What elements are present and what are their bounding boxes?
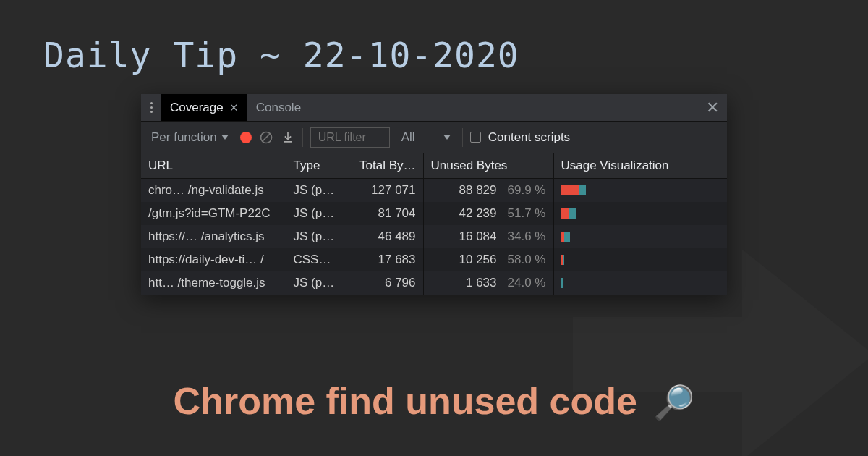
table-row[interactable]: htt… /theme-toggle.jsJS (p…6 7961 63324.… <box>141 271 727 295</box>
tab-strip: Coverage ✕ Console ✕ <box>141 94 727 122</box>
cell-unused: 1 63324.0 % <box>423 271 553 295</box>
tab-console-label: Console <box>256 101 301 115</box>
usage-bar <box>561 185 720 195</box>
usage-bar <box>561 278 720 288</box>
url-filter-input[interactable] <box>310 127 390 148</box>
col-viz[interactable]: Usage Visualization <box>553 153 727 179</box>
table-row[interactable]: https://daily-dev-ti… /CSS…17 68310 2565… <box>141 248 727 271</box>
cell-url: https://daily-dev-ti… / <box>141 248 286 271</box>
cell-type: CSS… <box>286 248 344 271</box>
tab-console[interactable]: Console <box>247 94 310 121</box>
chevron-down-icon <box>221 135 229 140</box>
devtools-panel: Coverage ✕ Console ✕ Per function All Co… <box>141 94 727 295</box>
cell-url: /gtm.js?id=GTM-P22C <box>141 202 286 225</box>
close-icon[interactable]: ✕ <box>229 101 239 114</box>
coverage-table: URL Type Total By… Unused Bytes Usage Vi… <box>141 153 727 295</box>
chevron-down-icon <box>443 135 451 140</box>
coverage-toolbar: Per function All Content scripts <box>141 122 727 153</box>
content-scripts-label: Content scripts <box>488 130 570 145</box>
cell-type: JS (p… <box>286 179 344 203</box>
granularity-label: Per function <box>151 130 217 145</box>
col-unused[interactable]: Unused Bytes <box>423 153 553 179</box>
usage-bar <box>561 232 720 242</box>
cell-total: 17 683 <box>344 248 423 271</box>
caption: Chrome find unused code 🔎 <box>0 379 868 423</box>
caption-text: Chrome find unused code <box>174 380 637 422</box>
cell-type: JS (p… <box>286 225 344 248</box>
table-row[interactable]: /gtm.js?id=GTM-P22CJS (p…81 70442 23951.… <box>141 202 727 225</box>
table-row[interactable]: https://… /analytics.jsJS (p…46 48916 08… <box>141 225 727 248</box>
cell-total: 81 704 <box>344 202 423 225</box>
more-tabs-icon[interactable] <box>141 94 161 121</box>
cell-unused: 10 25658.0 % <box>423 248 553 271</box>
cell-total: 6 796 <box>344 271 423 295</box>
magnifier-icon: 🔎 <box>653 384 694 421</box>
tab-coverage[interactable]: Coverage ✕ <box>161 94 247 121</box>
cell-total: 46 489 <box>344 225 423 248</box>
usage-bar <box>561 255 720 265</box>
export-icon[interactable] <box>281 130 295 145</box>
cell-unused: 16 08434.6 % <box>423 225 553 248</box>
cell-type: JS (p… <box>286 271 344 295</box>
cell-viz <box>553 202 727 225</box>
cell-url: https://… /analytics.js <box>141 225 286 248</box>
table-row[interactable]: chro… /ng-validate.jsJS (p…127 07188 829… <box>141 179 727 203</box>
granularity-dropdown[interactable]: Per function <box>147 130 233 145</box>
content-scripts-checkbox[interactable] <box>470 132 481 143</box>
separator <box>302 128 303 147</box>
cell-url: chro… /ng-validate.js <box>141 179 286 203</box>
tab-coverage-label: Coverage <box>170 101 224 115</box>
cell-unused: 42 23951.7 % <box>423 202 553 225</box>
clear-icon[interactable] <box>259 130 273 145</box>
col-total[interactable]: Total By… <box>344 153 423 179</box>
cell-type: JS (p… <box>286 202 344 225</box>
separator <box>462 128 463 147</box>
usage-bar <box>561 208 720 219</box>
record-button[interactable] <box>240 132 252 143</box>
cell-viz <box>553 271 727 295</box>
cell-unused: 88 82969.9 % <box>423 179 553 203</box>
col-type[interactable]: Type <box>286 153 344 179</box>
type-filter-dropdown[interactable]: All <box>397 130 455 145</box>
close-panel-icon[interactable]: ✕ <box>698 98 727 117</box>
cell-viz <box>553 248 727 271</box>
cell-url: htt… /theme-toggle.js <box>141 271 286 295</box>
type-filter-label: All <box>401 130 415 145</box>
svg-line-1 <box>263 134 270 141</box>
cell-viz <box>553 225 727 248</box>
col-url[interactable]: URL <box>141 153 286 179</box>
table-header-row: URL Type Total By… Unused Bytes Usage Vi… <box>141 153 727 179</box>
cell-viz <box>553 179 727 203</box>
cell-total: 127 071 <box>344 179 423 203</box>
page-title: Daily Tip ~ 22-10-2020 <box>43 35 519 75</box>
